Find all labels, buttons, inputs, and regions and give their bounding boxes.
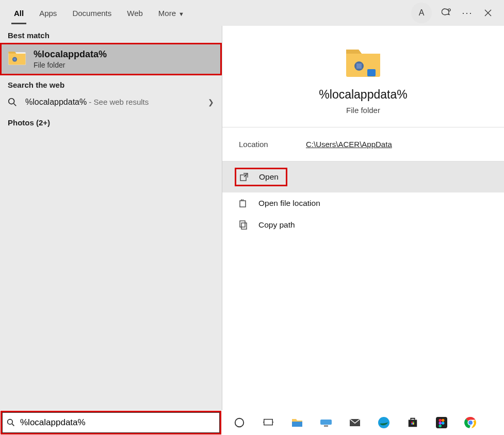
svg-point-5 [9,99,14,104]
svg-line-6 [14,104,17,106]
action-open-file-location[interactable]: Open file location [222,192,504,214]
folder-open-icon [239,199,248,208]
search-wrap [0,410,222,435]
web-result-suffix: - See web results [87,98,149,106]
preview-subtitle: File folder [346,106,380,115]
chevron-right-icon: ❯ [208,98,214,106]
svg-rect-21 [324,425,328,427]
svg-point-16 [235,418,244,427]
search-icon [7,418,15,427]
figma-icon[interactable] [434,415,449,430]
preview-pane: %localappdata% File folder Location C:\U… [222,26,504,410]
location-label: Location [239,140,306,149]
best-match-subtitle: File folder [34,61,107,69]
web-result-query: %localappdata% [25,98,87,106]
svg-rect-13 [240,221,245,227]
preview-header: %localappdata% File folder [222,26,504,127]
search-web-label: Search the web [0,75,222,92]
open-icon [239,172,249,182]
tab-more-label: More [158,9,176,18]
best-match-item[interactable]: %localappdata% File folder [0,43,222,75]
search-icon [8,98,18,107]
results-pane: Best match %localappdata% File folder Se… [0,26,222,410]
svg-point-31 [439,422,442,425]
action-list: Open Open file location Copy path [222,162,504,236]
taskbar-searchbox[interactable] [2,412,220,433]
svg-rect-12 [241,223,247,229]
tab-more[interactable]: More▼ [151,2,192,24]
svg-rect-25 [413,422,414,423]
action-open-label: Open [259,172,279,182]
svg-point-22 [378,417,389,428]
task-view-icon[interactable] [261,415,275,430]
action-copy-path[interactable]: Copy path [222,214,504,236]
svg-point-14 [8,420,13,425]
open-highlight-box: Open [235,168,287,186]
search-tabbar: All Apps Documents Web More▼ A ··· [0,0,504,26]
tab-web[interactable]: Web [119,2,151,24]
tab-apps[interactable]: Apps [31,2,64,24]
feedback-icon[interactable] [441,7,452,19]
svg-point-36 [468,421,473,425]
action-open[interactable]: Open [222,162,504,192]
svg-rect-26 [411,423,413,425]
svg-rect-11 [240,201,246,207]
svg-point-0 [448,9,450,11]
tab-documents[interactable]: Documents [64,2,119,24]
user-avatar[interactable]: A [411,3,432,23]
search-input[interactable] [20,417,215,428]
action-copy-path-label: Copy path [258,220,295,230]
preview-title: %localappdata% [319,88,407,102]
best-match-label: Best match [0,26,222,43]
tab-all[interactable]: All [6,2,31,24]
folder-icon [8,50,26,69]
svg-line-15 [12,424,14,426]
tabbar-right-controls: A ··· [411,3,498,23]
svg-rect-17 [264,420,273,425]
location-row: Location C:\Users\ACER\AppData [222,127,504,162]
svg-rect-27 [413,423,414,425]
svg-rect-9 [367,69,376,76]
edge-icon[interactable] [377,415,391,430]
svg-rect-8 [356,63,362,69]
chevron-down-icon: ▼ [178,11,184,17]
copy-icon [239,220,248,230]
svg-rect-4 [13,58,16,60]
web-result-text: %localappdata% - See web results [25,98,149,107]
cortana-icon[interactable] [232,415,247,430]
taskbar-apps [222,415,478,430]
keyboard-app-icon[interactable] [319,415,333,430]
store-icon[interactable] [405,415,420,430]
svg-rect-24 [411,422,413,423]
photos-category[interactable]: Photos (2+) [0,112,222,133]
best-match-title: %localappdata% [34,49,107,60]
svg-point-32 [442,422,445,425]
close-icon[interactable] [482,7,494,19]
svg-point-29 [439,419,442,422]
best-match-text: %localappdata% File folder [34,49,107,69]
chrome-icon[interactable] [463,415,478,430]
web-result-item[interactable]: %localappdata% - See web results ❯ [0,92,222,112]
mail-icon[interactable] [348,415,362,430]
folder-icon [345,46,382,78]
file-explorer-icon[interactable] [290,415,304,430]
svg-rect-28 [436,417,447,428]
tabs-group: All Apps Documents Web More▼ [6,2,192,24]
svg-point-30 [442,419,445,422]
svg-point-33 [439,425,442,428]
more-options-icon[interactable]: ··· [462,7,473,19]
taskbar [0,410,504,435]
location-path[interactable]: C:\Users\ACER\AppData [306,140,392,149]
svg-rect-20 [320,420,332,425]
action-open-loc-label: Open file location [258,199,320,208]
